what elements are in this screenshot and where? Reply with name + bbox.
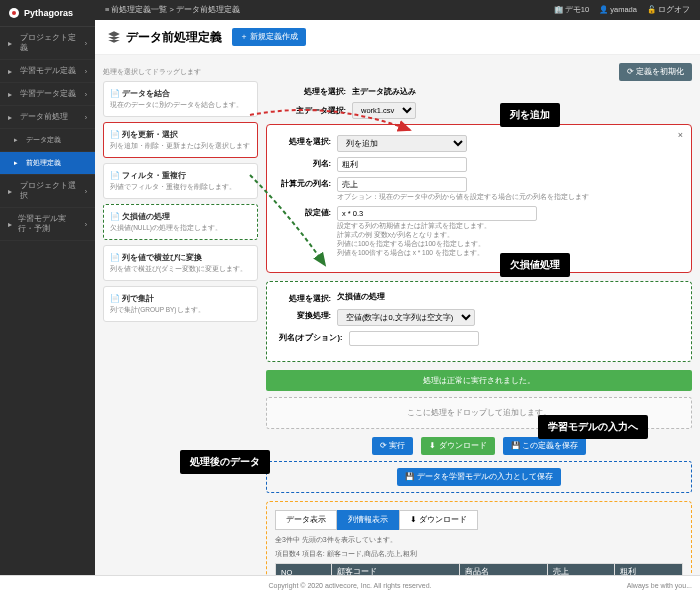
palette-hint: 処理を選択してドラッグします: [103, 63, 258, 81]
canvas: ⟳ 定義を初期化 処理を選択: 主データ読み込み 主データ選択: work1.c…: [266, 63, 692, 567]
nav-item[interactable]: ▸学習モデル定義›: [0, 60, 95, 83]
main: ≡ 前処理定義一覧 > データ前処理定義 🏢 デモ10 👤 yamada 🔓 ロ…: [95, 0, 700, 575]
logo: Pythagoras: [0, 0, 95, 27]
logo-icon: [8, 7, 20, 19]
set-val-input[interactable]: [337, 206, 537, 221]
nav-item[interactable]: ▸データ前処理›: [0, 106, 95, 129]
user-label: 👤 yamada: [599, 5, 637, 15]
palette-item[interactable]: 📄 欠損値の処理欠損値(NULL)の処理を指定します。: [103, 204, 258, 240]
svg-point-1: [12, 11, 16, 15]
palette-item[interactable]: 📄 フィルタ・重複行列値でフィルタ・重複行を削除します。: [103, 163, 258, 199]
breadcrumb: ≡ 前処理定義一覧 > データ前処理定義: [105, 5, 554, 15]
proc-box-addcol: × 処理を選択:列を追加 列名: 計算元の列名:オプション：現在のデータ中の列か…: [266, 124, 692, 273]
nav-item[interactable]: ▸プロジェクト選択›: [0, 175, 95, 208]
sidebar: Pythagoras ▸プロジェクト定義›▸学習モデル定義›▸学習データ定義›▸…: [0, 0, 95, 575]
src-col-input[interactable]: [337, 177, 467, 192]
main-data-label: 主データ選択:: [291, 106, 346, 116]
save-def-button[interactable]: 💾 この定義を保存: [503, 437, 586, 455]
reset-button[interactable]: ⟳ 定義を初期化: [619, 63, 692, 81]
main-data-procsel: 主データ読み込み: [352, 87, 416, 97]
page-title: データ前処理定義: [107, 29, 222, 46]
palette-item[interactable]: 📄 列を更新・選択列を追加・削除・更新または列を選択します: [103, 122, 258, 158]
callout-missing: 欠損値処理: [500, 253, 570, 277]
nav-item[interactable]: ▸学習モデル実行・予測›: [0, 208, 95, 241]
nav-item[interactable]: ▸プロジェクト定義›: [0, 27, 95, 60]
new-definition-button[interactable]: ＋ 新規定義作成: [232, 28, 306, 46]
nav-item[interactable]: ▸データ定義: [0, 129, 95, 152]
callout-afterdata: 処理後のデータ: [180, 450, 270, 474]
procsel-label: 処理を選択:: [291, 87, 346, 97]
footer: Copyright © 2020 activecore, Inc. All ri…: [0, 575, 700, 594]
close-icon[interactable]: ×: [678, 130, 683, 140]
callout-addcol: 列を追加: [500, 103, 560, 127]
run-button[interactable]: ⟳ 実行: [372, 437, 413, 455]
conv-select[interactable]: 空値(数字は0,文字列は空文字): [337, 309, 475, 326]
tab-colinfo[interactable]: 列情報表示: [337, 510, 399, 530]
success-bar: 処理は正常に実行されました。: [266, 370, 692, 391]
save-model-button[interactable]: 💾 データを学習モデルの入力として保存: [397, 468, 560, 486]
tab-data[interactable]: データ表示: [275, 510, 337, 530]
col-name-input[interactable]: [337, 157, 467, 172]
set-hint: 設定する列の初期値または計算式を指定します。 計算式の例 変数xが列名となります…: [337, 221, 537, 257]
palette-item[interactable]: 📄 列を値で横並びに変換列を値で横並び(ダミー変数)に変更します。: [103, 245, 258, 281]
proc-select-1[interactable]: 列を追加: [337, 135, 467, 152]
topbar: ≡ 前処理定義一覧 > データ前処理定義 🏢 デモ10 👤 yamada 🔓 ロ…: [95, 0, 700, 20]
download-button[interactable]: ⬇ ダウンロード: [421, 437, 494, 455]
nav-item[interactable]: ▸学習データ定義›: [0, 83, 95, 106]
data-section: データ表示 列情報表示 ⬇ ダウンロード 全3件中 先頭の3件を表示しています。…: [266, 501, 692, 575]
nav-item[interactable]: ▸前処理定義: [0, 152, 95, 175]
demo-label: 🏢 デモ10: [554, 5, 589, 15]
data-info2: 項目数4 項目名: 顧客コード,商品名,売上,粗利: [275, 549, 683, 559]
palette-item[interactable]: 📄 データを結合現在のデータに別のデータを結合します。: [103, 81, 258, 117]
tab-download[interactable]: ⬇ ダウンロード: [399, 510, 478, 530]
data-info1: 全3件中 先頭の3件を表示しています。: [275, 535, 683, 545]
palette: 処理を選択してドラッグします 📄 データを結合現在のデータに別のデータを結合しま…: [103, 63, 258, 567]
palette-item[interactable]: 📄 列で集計列で集計(GROUP BY)します。: [103, 286, 258, 322]
logout-link[interactable]: 🔓 ログオフ: [647, 5, 690, 15]
page-header: データ前処理定義 ＋ 新規定義作成: [95, 20, 700, 55]
proc-box-missing: 処理を選択:欠損値の処理 変換処理:空値(数字は0,文字列は空文字) 列名(オプ…: [266, 281, 692, 362]
callout-modelinput: 学習モデルの入力へ: [538, 415, 648, 439]
main-data-select[interactable]: work1.csv: [352, 102, 416, 119]
colopt-input[interactable]: [349, 331, 479, 346]
save-model-wrap: 💾 データを学習モデルの入力として保存: [266, 461, 692, 493]
data-table: NO顧客コード商品名売上粗利 11A1003022B2006033C25075: [275, 563, 683, 575]
layers-icon: [107, 30, 121, 44]
